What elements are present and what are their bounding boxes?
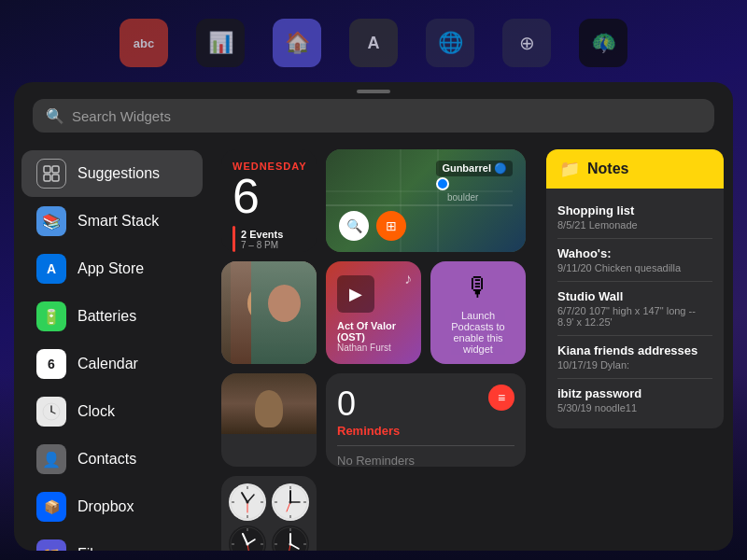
svg-rect-0 xyxy=(44,166,50,173)
panel-body: Suggestions 📚 Smart Stack A App Store 🔋 … xyxy=(14,142,733,551)
note-desc-4: noodle11 xyxy=(595,402,637,413)
map-label: Gunbarrel 🔵 xyxy=(436,161,513,176)
note-title-3: Kiana friends addresses xyxy=(557,343,712,357)
svg-point-21 xyxy=(247,501,249,504)
sidebar-item-contacts[interactable]: 👤 Contacts xyxy=(21,436,203,483)
svg-rect-1 xyxy=(52,166,59,173)
widget-area: WEDNESDAY 6 2 Events 7 – 8 PM xyxy=(210,142,537,551)
svg-point-31 xyxy=(289,501,292,504)
notes-header-icon: 📁 xyxy=(559,159,580,179)
clock-face-1 xyxy=(229,483,266,521)
dock-icon-chart[interactable]: 📊 xyxy=(196,19,245,67)
sidebar-label-contacts: Contacts xyxy=(78,451,136,468)
photo-faces xyxy=(221,261,317,364)
dock-icon-a[interactable]: A xyxy=(349,19,398,67)
svg-rect-3 xyxy=(52,175,59,181)
note-date-0: 8/5/21 xyxy=(557,219,586,231)
map-location-dot xyxy=(436,177,449,190)
dock-icon-globe[interactable]: 🌐 xyxy=(426,19,474,67)
search-icon: 🔍 xyxy=(46,107,64,125)
note-meta-4: 5/30/19 noodle11 xyxy=(557,402,712,413)
clock-face-2 xyxy=(272,483,309,521)
notes-header[interactable]: 📁 Notes xyxy=(546,149,724,189)
sidebar-item-batteries[interactable]: 🔋 Batteries xyxy=(21,293,203,340)
sidebar-icon-clock xyxy=(36,397,66,427)
note-meta-1: 9/11/20 Chicken quesadilla xyxy=(557,262,712,273)
note-item-4[interactable]: ibitz password 5/30/19 noodle11 xyxy=(557,379,712,421)
note-item-0[interactable]: Shopping list 8/5/21 Lemonade xyxy=(557,196,712,239)
reminders-divider xyxy=(337,445,514,446)
sidebar-icon-appstore: A xyxy=(36,254,66,284)
calendar-events: 2 Events 7 – 8 PM xyxy=(233,226,305,252)
svg-point-51 xyxy=(289,543,292,546)
dock-icon-home[interactable]: 🏠 xyxy=(273,19,321,67)
note-item-1[interactable]: Wahoo's: 9/11/20 Chicken quesadilla xyxy=(557,239,712,282)
widgets-panel: 🔍 Search Widgets Suggestions 📚 Smart St xyxy=(14,82,733,551)
dock-icon-abc[interactable]: abc xyxy=(120,19,168,67)
note-date-2: 6/7/20 xyxy=(557,305,586,316)
sidebar-icon-calendar: 6 xyxy=(36,349,66,379)
calendar-events-count: 2 Events xyxy=(241,229,283,240)
sidebar-item-clock[interactable]: Clock xyxy=(21,388,203,435)
widget-map[interactable]: boulder 🔍 ⊞ Gunbarrel 🔵 xyxy=(326,149,526,252)
sidebar-label-suggestions: Suggestions xyxy=(78,165,160,182)
sidebar-icon-batteries: 🔋 xyxy=(36,301,66,331)
reminders-label: Reminders xyxy=(337,424,514,438)
map-filter-button[interactable]: ⊞ xyxy=(376,211,406,241)
dock-icon-plus[interactable]: ⊕ xyxy=(502,19,551,67)
widget-clocks[interactable] xyxy=(221,476,317,551)
panel-handle xyxy=(357,90,390,93)
reminders-count: 0 xyxy=(337,385,514,424)
note-desc-3: Dylan: xyxy=(600,359,629,371)
note-meta-2: 6/7/20 107" high x 147" long -- 8.9' x 1… xyxy=(557,305,712,328)
widget-news[interactable]: In major decision, WHO recommends... xyxy=(221,373,317,467)
sidebar-label-files: Files xyxy=(78,546,109,551)
note-date-4: 5/30/19 xyxy=(557,402,592,413)
note-title-2: Studio Wall xyxy=(557,289,712,303)
sidebar-icon-smartstack: 📚 xyxy=(36,206,66,236)
note-title-0: Shopping list xyxy=(557,203,712,217)
sidebar-item-appstore[interactable]: A App Store xyxy=(21,245,203,292)
note-item-3[interactable]: Kiana friends addresses 10/17/19 Dylan: xyxy=(557,336,712,379)
reminders-icon: ≡ xyxy=(488,385,514,411)
sidebar-item-smartstack[interactable]: 📚 Smart Stack xyxy=(21,198,203,245)
notes-header-title: Notes xyxy=(587,161,628,177)
clock-face-3 xyxy=(229,525,266,551)
sidebar-item-dropbox[interactable]: 📦 Dropbox xyxy=(21,483,203,530)
sidebar-item-calendar[interactable]: 6 Calendar xyxy=(21,341,203,387)
calendar-bar xyxy=(233,226,235,252)
note-title-4: ibitz password xyxy=(557,386,712,400)
podcast-icon: 🎙 xyxy=(465,272,491,302)
music-note-icon: ♪ xyxy=(404,271,412,287)
note-desc-1: Chicken quesadilla xyxy=(595,262,681,273)
music-album-art: ▶ xyxy=(337,275,374,313)
face-2 xyxy=(251,261,317,364)
widget-photo[interactable] xyxy=(221,261,317,364)
photo-inner xyxy=(221,261,317,364)
sidebar: Suggestions 📚 Smart Stack A App Store 🔋 … xyxy=(14,142,210,551)
widget-calendar[interactable]: WEDNESDAY 6 2 Events 7 – 8 PM xyxy=(221,149,317,252)
widget-podcast[interactable]: 🎙 Launch Podcasts to enable this widget xyxy=(430,261,526,364)
sidebar-item-files[interactable]: 📁 Files xyxy=(21,531,203,551)
sidebar-icon-suggestions xyxy=(36,159,66,189)
notes-list: Shopping list 8/5/21 Lemonade Wahoo's: 9… xyxy=(546,189,724,428)
note-meta-0: 8/5/21 Lemonade xyxy=(557,219,712,231)
calendar-events-text: 2 Events 7 – 8 PM xyxy=(241,229,283,250)
map-search-button[interactable]: 🔍 xyxy=(339,211,369,241)
widget-reminders[interactable]: ≡ 0 Reminders No Reminders xyxy=(326,373,526,467)
no-reminders-text: No Reminders xyxy=(337,454,514,467)
music-artist: Nathan Furst xyxy=(337,343,410,353)
sidebar-label-calendar: Calendar xyxy=(78,356,138,372)
search-bar[interactable]: 🔍 Search Widgets xyxy=(33,99,714,133)
sidebar-icon-contacts: 👤 xyxy=(36,444,66,474)
note-title-1: Wahoo's: xyxy=(557,246,712,260)
note-desc-0: Lemonade xyxy=(589,219,638,231)
note-item-2[interactable]: Studio Wall 6/7/20 107" high x 147" long… xyxy=(557,282,712,336)
search-placeholder: Search Widgets xyxy=(72,108,171,124)
note-date-1: 9/11/20 xyxy=(557,262,592,273)
dock-icon-nbc[interactable]: 🦚 xyxy=(579,19,627,67)
note-date-3: 10/17/19 xyxy=(557,359,598,371)
sidebar-item-suggestions[interactable]: Suggestions xyxy=(21,150,203,197)
widget-music[interactable]: ♪ ▶ Act Of Valor (OST) Nathan Furst xyxy=(326,261,421,364)
sidebar-icon-dropbox: 📦 xyxy=(36,492,66,522)
